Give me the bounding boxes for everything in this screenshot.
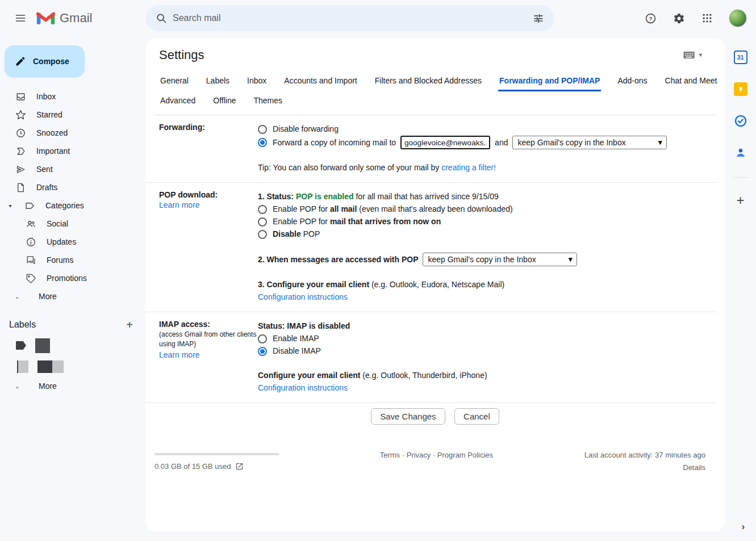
get-add-ons-plus-icon[interactable]: + bbox=[736, 195, 744, 206]
search-icon[interactable] bbox=[150, 7, 173, 30]
sidebar-item-promotions[interactable]: Promotions bbox=[0, 269, 145, 287]
side-panel-collapse-chevron[interactable]: › bbox=[742, 522, 745, 532]
expand-triangle-icon[interactable]: ▾ bbox=[7, 203, 14, 209]
search-bar[interactable] bbox=[145, 5, 554, 31]
important-marker-icon bbox=[15, 146, 26, 157]
search-options-icon[interactable] bbox=[527, 7, 550, 30]
disable-forwarding-radio[interactable] bbox=[258, 125, 267, 134]
sidebar-item-social[interactable]: Social bbox=[0, 215, 145, 233]
pop-enable-all-option[interactable]: Enable POP for all mail (even mail that'… bbox=[258, 203, 704, 215]
terms-link[interactable]: Terms bbox=[380, 451, 400, 459]
privacy-link[interactable]: Privacy bbox=[407, 451, 431, 459]
offer-tag-icon bbox=[25, 273, 36, 284]
tab-advanced[interactable]: Advanced bbox=[159, 93, 197, 111]
cancel-button[interactable]: Cancel bbox=[454, 408, 499, 425]
imap-disable-radio[interactable] bbox=[258, 347, 267, 356]
labels-title: Labels bbox=[9, 320, 36, 330]
gmail-logo[interactable]: Gmail bbox=[36, 11, 92, 26]
star-icon bbox=[15, 110, 26, 120]
sidebar-item-label: Categories bbox=[45, 201, 84, 210]
tab-accounts-and-import[interactable]: Accounts and Import bbox=[283, 73, 358, 91]
compose-button[interactable]: Compose bbox=[5, 45, 85, 77]
pop-enable-all-radio[interactable] bbox=[258, 205, 267, 214]
account-avatar[interactable] bbox=[729, 9, 747, 27]
label-tag-icon bbox=[16, 341, 26, 350]
google-apps-grid-icon[interactable] bbox=[696, 7, 719, 30]
sidebar-item-categories[interactable]: ▾ Categories bbox=[0, 196, 145, 215]
tasks-icon[interactable] bbox=[733, 114, 748, 128]
sidebar-item-important[interactable]: Important bbox=[0, 142, 145, 160]
tab-forwarding-and-pop-imap[interactable]: Forwarding and POP/IMAP bbox=[498, 73, 601, 91]
create-label-plus-icon[interactable]: + bbox=[123, 318, 136, 332]
sidebar-item-label: Updates bbox=[47, 237, 76, 246]
radio-label: Enable IMAP bbox=[273, 333, 319, 345]
tab-filters-and-blocked-addresses[interactable]: Filters and Blocked Addresses bbox=[374, 73, 483, 91]
imap-status-line: Status: IMAP is disabled bbox=[258, 320, 704, 332]
imap-section-label: IMAP access: bbox=[159, 320, 258, 329]
radio-label: Disable forwarding bbox=[273, 123, 339, 135]
forwarding-section-label: Forwarding: bbox=[159, 123, 258, 132]
settings-gear-icon[interactable] bbox=[667, 7, 690, 30]
pop-disable-option[interactable]: Disable POP bbox=[258, 228, 704, 240]
storage-quota-bar bbox=[154, 453, 279, 455]
sidebar-item-inbox[interactable]: Inbox bbox=[0, 87, 145, 106]
sidebar-item-updates[interactable]: Updates bbox=[0, 233, 145, 251]
pop-learn-more-link[interactable]: Learn more bbox=[159, 200, 200, 209]
open-in-new-icon[interactable] bbox=[235, 462, 244, 471]
calendar-icon[interactable]: 31 bbox=[733, 50, 748, 65]
keyboard-icon bbox=[683, 51, 695, 59]
settings-card: Settings ▼ General Labels Inbox Accounts… bbox=[145, 39, 725, 531]
tab-inbox[interactable]: Inbox bbox=[246, 73, 268, 91]
label-item-redacted-2[interactable] bbox=[0, 356, 145, 377]
help-icon[interactable]: ? bbox=[639, 7, 662, 30]
imap-section-subtext: (access Gmail from other clients using I… bbox=[159, 330, 258, 349]
sidebar-item-more[interactable]: ⌄ More bbox=[0, 287, 145, 305]
forward-copy-radio[interactable] bbox=[258, 138, 267, 147]
pop-enable-now-option[interactable]: Enable POP for mail that arrives from no… bbox=[258, 216, 704, 228]
forward-copy-option[interactable]: Forward a copy of incoming mail to and k… bbox=[258, 136, 704, 149]
input-method-selector[interactable]: ▼ bbox=[683, 51, 703, 59]
sidebar-item-label: Social bbox=[47, 219, 68, 228]
last-account-activity: Last account activity: 37 minutes ago bbox=[584, 451, 705, 459]
sidebar-item-label: Important bbox=[36, 146, 70, 156]
save-changes-button[interactable]: Save Changes bbox=[371, 408, 445, 425]
details-link[interactable]: Details bbox=[683, 463, 705, 472]
label-item-redacted-1[interactable] bbox=[0, 335, 145, 356]
program-policies-link[interactable]: Program Policies bbox=[437, 451, 493, 459]
disable-forwarding-option[interactable]: Disable forwarding bbox=[258, 123, 704, 135]
imap-enable-radio[interactable] bbox=[258, 334, 267, 343]
sidebar-item-starred[interactable]: Starred bbox=[0, 106, 145, 124]
tip-text: Tip: You can also forward only some of y… bbox=[258, 163, 441, 172]
tab-themes[interactable]: Themes bbox=[253, 93, 284, 111]
pop-enable-now-radio[interactable] bbox=[258, 217, 267, 227]
imap-disable-option[interactable]: Disable IMAP bbox=[258, 345, 704, 357]
pop-action-select[interactable]: keep Gmail's copy in the Inbox bbox=[423, 253, 577, 266]
keep-icon[interactable] bbox=[733, 82, 748, 97]
sidebar-item-drafts[interactable]: Drafts bbox=[0, 178, 145, 196]
sidebar-item-snoozed[interactable]: Snoozed bbox=[0, 124, 145, 142]
sidebar-item-forums[interactable]: Forums bbox=[0, 251, 145, 269]
sidebar-item-sent[interactable]: Sent bbox=[0, 160, 145, 178]
tab-labels[interactable]: Labels bbox=[205, 73, 231, 91]
forward-action-select[interactable]: keep Gmail's copy in the Inbox bbox=[512, 136, 667, 149]
card-footer: 0.03 GB of 15 GB used Terms · Privacy · … bbox=[154, 451, 705, 472]
topbar-actions: ? bbox=[639, 0, 751, 36]
imap-learn-more-link[interactable]: Learn more bbox=[159, 350, 200, 359]
tab-chat-and-meet[interactable]: Chat and Meet bbox=[664, 73, 719, 91]
pop-configuration-instructions-link[interactable]: Configuration instructions bbox=[258, 291, 348, 303]
labels-more[interactable]: ⌄ More bbox=[0, 377, 145, 395]
tab-add-ons[interactable]: Add-ons bbox=[616, 73, 648, 91]
forward-address-input[interactable] bbox=[400, 136, 490, 149]
tab-general[interactable]: General bbox=[159, 73, 190, 91]
pop-status-line: 1. Status: POP is enabled for all mail t… bbox=[258, 191, 704, 203]
contacts-icon[interactable] bbox=[733, 145, 748, 160]
pop-download-section: POP download: Learn more 1. Status: POP … bbox=[145, 183, 716, 312]
hamburger-menu-icon[interactable] bbox=[7, 5, 34, 32]
creating-a-filter-link[interactable]: creating a filter! bbox=[441, 163, 496, 172]
search-input[interactable] bbox=[173, 13, 527, 23]
imap-configuration-instructions-link[interactable]: Configuration instructions bbox=[258, 382, 348, 394]
pop-disable-radio[interactable] bbox=[258, 230, 267, 239]
tab-offline[interactable]: Offline bbox=[212, 93, 237, 111]
sidebar-item-label: More bbox=[39, 381, 57, 391]
imap-enable-option[interactable]: Enable IMAP bbox=[258, 333, 704, 345]
